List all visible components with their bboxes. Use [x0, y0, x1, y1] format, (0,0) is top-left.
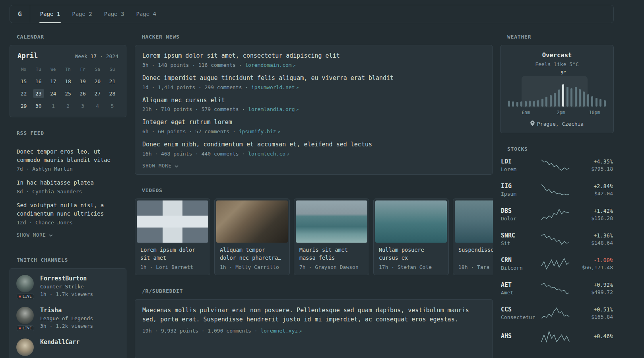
hackernews-show-more-button[interactable]: SHOW MORE — [142, 163, 178, 169]
temp-bar-highlight — [562, 84, 564, 107]
rss-item-title[interactable]: Donec tempor eros leo, ut commodo mauris… — [17, 148, 119, 164]
rss-item[interactable]: Donec tempor eros leo, ut commodo mauris… — [17, 148, 119, 172]
video-card[interactable]: Aliquam tempor dolor nec pharetra… 1h · … — [214, 198, 290, 275]
hackernews-item-stats: 21h · 710 points · 579 comments · — [142, 106, 245, 112]
hackernews-item-stats: 3h · 148 points · 116 comments · — [142, 62, 242, 68]
twitch-channel-info: KendallCarr — [40, 339, 80, 356]
tab-page-3[interactable]: Page 3 — [98, 5, 130, 23]
calendar-day: 30 — [33, 101, 44, 111]
video-title[interactable]: Mauris sit amet massa felis — [296, 243, 367, 262]
app-logo[interactable]: G — [10, 5, 30, 23]
hackernews-widget-header: HACKER NEWS — [142, 34, 493, 40]
twitch-channel-meta: 3h · 1.2k viewers — [40, 323, 93, 329]
subreddit-widget-header: /R/SUBREDDIT — [142, 288, 493, 294]
stock-row[interactable]: AET Amet +0.92% $499.72 — [501, 281, 613, 296]
temp-bar — [575, 87, 577, 107]
twitch-channel-name[interactable]: Trisha — [40, 307, 93, 314]
twitch-channel-row[interactable]: LIVE ForrestBurton Counter-Strike 1h · 1… — [16, 275, 120, 297]
external-link-icon: ↗ — [277, 129, 280, 134]
rss-item-title[interactable]: Sed volutpat nulla nisl, a condimentum n… — [17, 201, 119, 218]
stock-symbol: SNRC — [501, 232, 537, 239]
stock-row[interactable]: IIG Ipsum +2.84% $42.04 — [501, 183, 613, 197]
hackernews-item-title[interactable]: Donec enim nibh, condimentum et accumsan… — [142, 140, 485, 149]
stock-name: Lorem — [501, 166, 537, 172]
stock-id: IIG Ipsum — [501, 183, 537, 197]
weather-widget-header: WEATHER — [507, 34, 614, 40]
stock-name: Amet — [501, 290, 537, 296]
stock-id: CRN Bitcorn — [501, 257, 537, 271]
temp-bar — [533, 101, 535, 107]
stocks-list: LDI Lorem +4.35% $795.18 IIG Ipsum — [500, 157, 614, 342]
stock-values: +2.84% $42.04 — [573, 183, 613, 197]
rss-item-title[interactable]: In hac habitasse platea — [17, 179, 119, 187]
temp-bar — [541, 99, 543, 107]
stock-id: LDI Lorem — [501, 158, 537, 172]
stock-price: $156.28 — [573, 215, 613, 221]
calendar-day: 16 — [33, 76, 44, 86]
temp-bar — [566, 87, 568, 107]
hackernews-item-meta: 16h · 468 points · 440 comments · loremt… — [142, 151, 485, 157]
live-badge: LIVE — [17, 294, 34, 299]
rss-show-more-button[interactable]: SHOW MORE — [17, 232, 53, 238]
stock-values: +0.92% $499.72 — [573, 282, 613, 295]
video-card[interactable]: Nullam posuere cursus ex 17h · Stefan Co… — [373, 198, 449, 275]
tab-page-1[interactable]: Page 1 — [34, 5, 66, 23]
stock-row[interactable]: CRN Bitcorn -1.00% $66,171.48 — [501, 257, 613, 271]
tab-page-2[interactable]: Page 2 — [66, 5, 98, 23]
stock-row[interactable]: AHS +0.46% — [501, 331, 613, 342]
hackernews-item-title[interactable]: Lorem ipsum dolor sit amet, consectetur … — [142, 52, 485, 60]
calendar-day: 27 — [92, 89, 103, 98]
video-thumbnail[interactable] — [296, 200, 367, 243]
subreddit-post-title[interactable]: Maecenas mollis pulvinar erat non posuer… — [142, 307, 469, 323]
stock-row[interactable]: SNRC Sit +1.36% $148.64 — [501, 232, 613, 246]
hackernews-item-title[interactable]: Aliquam nec cursus elit — [142, 96, 485, 105]
time-label: 6am — [522, 110, 530, 115]
video-card[interactable]: Lorem ipsum dolor sit amet consectetu… 1… — [135, 198, 210, 275]
stock-sparkline — [541, 258, 570, 270]
video-card[interactable]: Suspendisse diam 18h · Tara — [453, 198, 493, 275]
stock-name: Bitcorn — [501, 265, 537, 271]
stock-symbol: AHS — [501, 333, 537, 340]
hackernews-item-domain[interactable]: loremtech.co — [248, 151, 285, 157]
videos-row: Lorem ipsum dolor sit amet consectetu… 1… — [135, 198, 493, 275]
calendar-day: 24 — [48, 89, 59, 98]
stock-values: +1.36% $148.64 — [573, 232, 613, 246]
rss-item[interactable]: Sed volutpat nulla nisl, a condimentum n… — [17, 201, 119, 226]
video-title[interactable]: Suspendisse diam — [455, 243, 493, 262]
stock-row[interactable]: LDI Lorem +4.35% $795.18 — [501, 158, 613, 172]
external-link-icon: ↗ — [296, 107, 299, 112]
twitch-channel-name[interactable]: KendallCarr — [40, 339, 80, 346]
video-title[interactable]: Lorem ipsum dolor sit amet consectetu… — [137, 243, 208, 262]
page-tabs: Page 1 Page 2 Page 3 Page 4 — [34, 5, 162, 23]
hackernews-item-domain[interactable]: ipsumify.biz — [239, 128, 276, 134]
hackernews-item-domain[interactable]: loremdomain.com — [245, 62, 291, 68]
tab-page-4[interactable]: Page 4 — [130, 5, 162, 23]
temperature-chart: 9° 6am 2pm 10pm — [507, 71, 607, 116]
stock-values: +0.46% — [573, 333, 613, 340]
twitch-channel-game: League of Legends — [40, 315, 93, 321]
hackernews-item: Donec enim nibh, condimentum et accumsan… — [142, 140, 485, 157]
calendar-dow: Th — [65, 66, 70, 74]
rss-item[interactable]: In hac habitasse platea 8d · Cynthia Sau… — [17, 179, 119, 195]
hackernews-item-domain[interactable]: ipsumworld.net — [251, 84, 295, 90]
stock-row[interactable]: CCS Consectetur +0.51% $165.84 — [501, 306, 613, 320]
video-thumbnail[interactable] — [216, 200, 288, 243]
video-card[interactable]: Mauris sit amet massa felis 7h · Grayson… — [294, 198, 369, 275]
twitch-channel-row[interactable]: KendallCarr — [16, 339, 120, 356]
calendar-day: 25 — [62, 89, 74, 98]
video-thumbnail[interactable] — [455, 200, 493, 243]
hackernews-item-domain[interactable]: loremlandia.org — [248, 106, 295, 112]
hackernews-card: Lorem ipsum dolor sit amet, consectetur … — [135, 45, 493, 175]
hackernews-item-title[interactable]: Integer eget rutrum lorem — [142, 118, 485, 127]
video-title[interactable]: Aliquam tempor dolor nec pharetra… — [216, 243, 288, 262]
twitch-channel-info: Trisha League of Legends 3h · 1.2k viewe… — [40, 307, 93, 329]
video-thumbnail[interactable] — [375, 200, 447, 243]
subreddit-post-domain[interactable]: loremnet.xyz — [260, 328, 298, 334]
video-thumbnail[interactable] — [137, 200, 208, 243]
hackernews-item-title[interactable]: Donec imperdiet augue tincidunt felis al… — [142, 74, 485, 83]
twitch-channel-name[interactable]: ForrestBurton — [40, 275, 93, 282]
video-title[interactable]: Nullam posuere cursus ex — [375, 243, 447, 262]
twitch-channel-row[interactable]: LIVE Trisha League of Legends 3h · 1.2k … — [16, 307, 120, 329]
stock-row[interactable]: DBS Dolor +1.42% $156.28 — [501, 207, 613, 222]
calendar-dow: Sa — [95, 66, 100, 74]
